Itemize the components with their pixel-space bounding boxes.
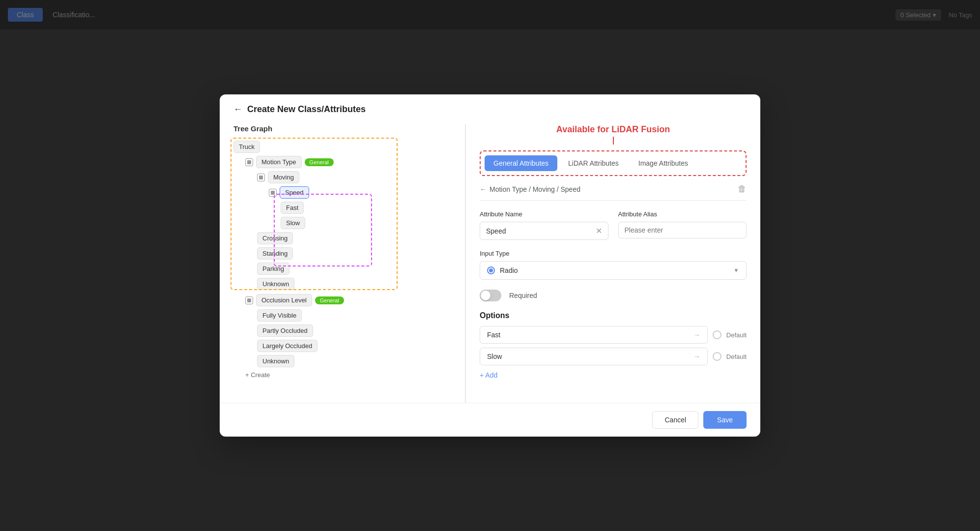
toggle-knob	[481, 291, 490, 300]
back-arrow-icon[interactable]: ←	[233, 104, 242, 115]
attribute-name-input-wrapper: ✕	[480, 222, 608, 240]
required-label: Required	[509, 292, 537, 299]
right-panel: Available for LiDAR Fusion General Attri…	[466, 124, 760, 403]
modal-dialog: ← Create New Class/Attributes Tree Graph…	[220, 94, 760, 437]
tree-node-largely-occluded[interactable]: Largely Occluded	[257, 340, 453, 352]
option-input-slow[interactable]: Slow →	[480, 348, 708, 365]
node-chip-truck[interactable]: Truck	[233, 141, 260, 153]
option-row-fast: Fast → Default	[480, 326, 747, 344]
input-type-label: Input Type	[480, 250, 747, 257]
required-toggle[interactable]	[480, 290, 501, 301]
option-value-slow: Slow	[487, 353, 502, 360]
options-section: Options Fast → Default Slow	[480, 311, 747, 381]
breadcrumb-row: ← Motion Type / Moving / Speed 🗑	[480, 184, 747, 201]
tab-lidar-attributes[interactable]: LiDAR Attributes	[559, 155, 628, 171]
option-row-slow: Slow → Default	[480, 348, 747, 365]
tab-image-attributes[interactable]: Image Attributes	[630, 155, 697, 171]
radio-icon	[487, 266, 495, 274]
tree-node-speed[interactable]: Speed	[269, 186, 453, 199]
clear-attribute-name-icon[interactable]: ✕	[596, 226, 602, 236]
node-chip-crossing[interactable]: Crossing	[257, 232, 293, 244]
breadcrumb-text: Motion Type / Moving / Speed	[490, 185, 580, 193]
badge-general-motion: General	[305, 158, 334, 166]
tree-node-standing[interactable]: Standing	[257, 247, 453, 260]
create-button[interactable]: + Create	[245, 371, 453, 379]
input-type-section: Input Type Radio ▼	[480, 250, 747, 280]
tree-node-crossing[interactable]: Crossing	[257, 232, 453, 244]
tree-node-fast[interactable]: Fast	[281, 202, 453, 214]
breadcrumb: ← Motion Type / Moving / Speed	[480, 185, 580, 193]
tree-node-parking[interactable]: Parking	[257, 263, 453, 275]
arrow-right-fast-icon: →	[693, 331, 700, 339]
node-chip-unknown-occlusion[interactable]: Unknown	[257, 355, 294, 367]
cancel-button[interactable]: Cancel	[652, 411, 698, 429]
default-radio-fast[interactable]	[713, 330, 721, 339]
attribute-alias-label: Attribute Alias	[618, 210, 747, 218]
form-row-names: Attribute Name ✕ Attribute Alias	[480, 210, 747, 240]
tree-node-occlusion-level[interactable]: Occlusion Level General	[245, 294, 453, 306]
attribute-name-input[interactable]	[486, 227, 596, 235]
tree-node-motion-type[interactable]: Motion Type General	[245, 156, 453, 168]
node-icon-motion-type	[245, 158, 253, 166]
badge-general-occlusion: General	[315, 296, 344, 304]
lidar-fusion-header: Available for LiDAR Fusion	[480, 124, 747, 145]
node-icon-speed	[269, 189, 277, 197]
option-value-fast: Fast	[487, 331, 500, 339]
tree-node-moving[interactable]: Moving	[257, 171, 453, 183]
arrow-right-slow-icon: →	[693, 353, 700, 360]
node-chip-fully-visible[interactable]: Fully Visible	[257, 309, 302, 322]
node-chip-largely-occluded[interactable]: Largely Occluded	[257, 340, 317, 352]
node-icon-moving	[257, 174, 265, 181]
add-option-button[interactable]: + Add	[480, 369, 497, 381]
node-chip-standing[interactable]: Standing	[257, 247, 293, 260]
node-chip-occlusion-level[interactable]: Occlusion Level	[256, 294, 312, 306]
node-chip-parking[interactable]: Parking	[257, 263, 289, 275]
default-label-fast: Default	[726, 331, 747, 339]
tree-node-partly-occluded[interactable]: Partly Occluded	[257, 324, 453, 337]
tree-node-truck[interactable]: Truck	[233, 141, 453, 153]
lidar-fusion-indicator	[613, 137, 614, 145]
left-panel-tree: Tree Graph Root Attribute Option Attribu…	[220, 124, 465, 403]
form-group-attribute-alias: Attribute Alias	[618, 210, 747, 240]
delete-icon[interactable]: 🗑	[738, 184, 747, 194]
tabs-container: General Attributes LiDAR Attributes Imag…	[480, 150, 747, 176]
node-icon-occlusion	[245, 296, 253, 304]
node-chip-speed[interactable]: Speed	[280, 186, 309, 199]
default-label-slow: Default	[726, 353, 747, 360]
modal-overlay: ← Create New Class/Attributes Tree Graph…	[0, 0, 980, 531]
tree-node-fully-visible[interactable]: Fully Visible	[257, 309, 453, 322]
save-button[interactable]: Save	[703, 411, 747, 429]
modal-footer: Cancel Save	[220, 403, 760, 437]
node-chip-motion-type[interactable]: Motion Type	[256, 156, 302, 168]
required-row: Required	[480, 290, 747, 301]
tab-general-attributes[interactable]: General Attributes	[485, 155, 557, 171]
tree-graph-title: Tree Graph	[233, 124, 453, 133]
lidar-fusion-title: Available for LiDAR Fusion	[480, 124, 747, 135]
node-chip-unknown-motion[interactable]: Unknown	[257, 278, 294, 290]
default-radio-slow[interactable]	[713, 352, 721, 361]
input-type-value: Radio	[500, 266, 728, 274]
chevron-down-icon: ▼	[733, 267, 739, 274]
node-chip-moving[interactable]: Moving	[268, 171, 299, 183]
attribute-alias-input[interactable]	[625, 226, 741, 234]
breadcrumb-back-icon[interactable]: ←	[480, 185, 487, 193]
options-title: Options	[480, 311, 747, 320]
form-group-attribute-name: Attribute Name ✕	[480, 210, 608, 240]
node-chip-fast[interactable]: Fast	[281, 202, 304, 214]
modal-title: Create New Class/Attributes	[247, 104, 366, 115]
attribute-alias-input-wrapper	[618, 222, 747, 238]
attribute-name-label: Attribute Name	[480, 210, 608, 218]
node-chip-partly-occluded[interactable]: Partly Occluded	[257, 324, 313, 337]
tree-node-unknown-occlusion[interactable]: Unknown	[257, 355, 453, 367]
option-input-fast[interactable]: Fast →	[480, 326, 708, 344]
input-type-select[interactable]: Radio ▼	[480, 261, 747, 280]
node-chip-slow[interactable]: Slow	[281, 217, 305, 229]
tree-node-slow[interactable]: Slow	[281, 217, 453, 229]
tree-node-unknown-motion[interactable]: Unknown	[257, 278, 453, 290]
